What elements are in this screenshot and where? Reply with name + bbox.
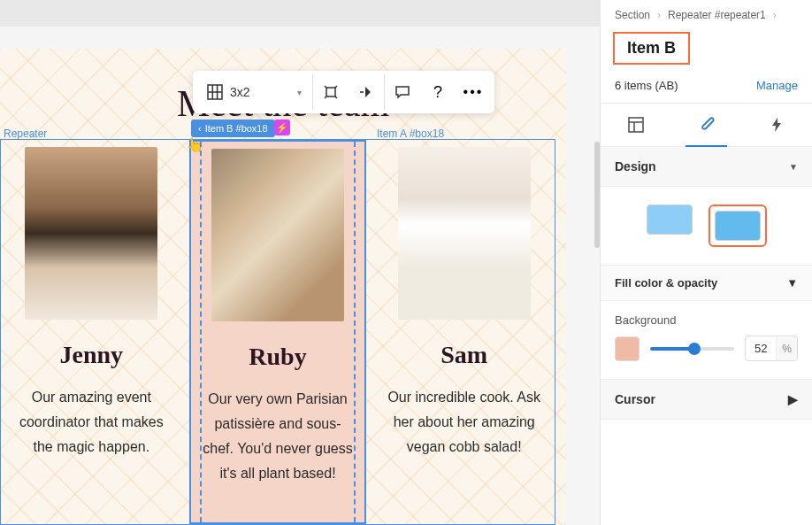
comment-icon [395, 84, 410, 100]
preset-swatch-2[interactable] [715, 211, 761, 241]
team-name[interactable]: Jenny [60, 341, 124, 369]
bolt-icon [768, 116, 785, 134]
repeater-item-jenny[interactable]: Jenny Our amazing event coordinator that… [4, 140, 179, 524]
repeater-label[interactable]: Repeater [4, 127, 47, 140]
editor-chrome-top [0, 0, 600, 27]
interactions-badge[interactable]: ⚡ [274, 120, 290, 135]
team-name[interactable]: Ruby [249, 343, 306, 371]
breadcrumb[interactable]: Section › Repeater #repeater1 › [601, 0, 812, 30]
team-desc[interactable]: Our very own Parisian patissière and sou… [196, 387, 360, 486]
stretch-button[interactable] [313, 74, 349, 110]
more-icon: ••• [463, 84, 484, 100]
tab-layout[interactable] [601, 104, 671, 146]
background-label: Background [615, 313, 798, 327]
repeater-item-ruby[interactable]: 👆 Ruby Our very own Parisian patissière … [189, 140, 367, 524]
tab-interactions[interactable] [741, 104, 812, 146]
selection-tag-item-b[interactable]: ‹ Item B #box18 [191, 120, 275, 137]
team-desc[interactable]: Our incredible cook. Ask her about her a… [382, 385, 546, 459]
pointer-cursor-icon: 👆 [184, 135, 204, 154]
breadcrumb-repeater[interactable]: Repeater #repeater1 [668, 9, 766, 21]
editor-canvas: Meet the team Repeater ‹ Item B #box18 ⚡… [0, 0, 600, 525]
animation-icon [357, 84, 375, 100]
team-photo[interactable] [25, 147, 157, 320]
opacity-input[interactable]: 52 % [745, 336, 798, 361]
animation-button[interactable] [349, 74, 384, 110]
chevron-right-icon: › [657, 9, 661, 21]
brush-icon [698, 116, 716, 134]
repeater-outline[interactable]: Jenny Our amazing event coordinator that… [0, 139, 555, 525]
stretch-icon [323, 84, 339, 100]
opacity-unit: % [776, 337, 797, 360]
comment-button[interactable] [385, 74, 420, 110]
team-name[interactable]: Sam [440, 341, 487, 369]
page-section[interactable]: Meet the team Repeater ‹ Item B #box18 ⚡… [0, 49, 566, 525]
team-desc[interactable]: Our amazing event coordinator that makes… [10, 385, 173, 459]
chevron-right-icon: › [773, 9, 777, 21]
preset-swatch-selected-frame [709, 205, 767, 247]
more-button[interactable]: ••• [456, 74, 491, 110]
background-control: Background 52 % [601, 301, 812, 379]
fill-label: Fill color & opacity [615, 276, 717, 290]
manage-items-link[interactable]: Manage [756, 79, 798, 92]
chevron-down-icon: ▼ [789, 162, 798, 172]
opacity-value[interactable]: 52 [746, 336, 776, 360]
cursor-section-header[interactable]: Cursor ▶ [601, 379, 812, 420]
inspector-tabs [601, 104, 812, 147]
selection-tag-item-a[interactable]: Item A #box18 [377, 127, 444, 140]
slider-thumb[interactable] [688, 343, 701, 355]
svg-rect-5 [629, 118, 643, 132]
chevron-down-icon: ▾ [297, 88, 302, 97]
repeater-item-sam[interactable]: Sam Our incredible cook. Ask her about h… [377, 140, 551, 524]
opacity-slider[interactable] [650, 347, 734, 351]
tab-design[interactable] [671, 104, 742, 146]
fill-section-header[interactable]: Fill color & opacity ▼ [601, 265, 812, 301]
selection-tag-text: Item B #box18 [205, 123, 268, 134]
items-count: 6 items (AB) [615, 79, 678, 92]
floating-toolbar: 3x2 ▾ ? ••• [193, 71, 494, 113]
design-section-header[interactable]: Design ▼ [601, 147, 812, 187]
svg-rect-4 [326, 88, 335, 97]
preset-swatch-1[interactable] [647, 205, 693, 235]
cursor-label: Cursor [615, 392, 655, 406]
design-label: Design [615, 159, 656, 174]
grid-icon [207, 84, 223, 100]
background-color-swatch[interactable] [615, 336, 640, 361]
team-photo[interactable] [211, 149, 344, 321]
grid-value: 3x2 [230, 85, 283, 99]
chevron-right-icon: ▶ [788, 392, 798, 406]
selected-item-title: Item B [613, 32, 690, 65]
layout-icon [627, 116, 645, 134]
preset-swatches [601, 187, 812, 265]
inspector-panel: Section › Repeater #repeater1 › Item B 6… [600, 0, 812, 525]
chevron-down-icon: ▼ [786, 276, 798, 290]
grid-layout-selector[interactable]: 3x2 ▾ [196, 74, 313, 110]
team-photo[interactable] [398, 147, 531, 320]
help-button[interactable]: ? [420, 74, 456, 110]
help-icon: ? [433, 83, 442, 102]
breadcrumb-section[interactable]: Section [615, 9, 650, 21]
